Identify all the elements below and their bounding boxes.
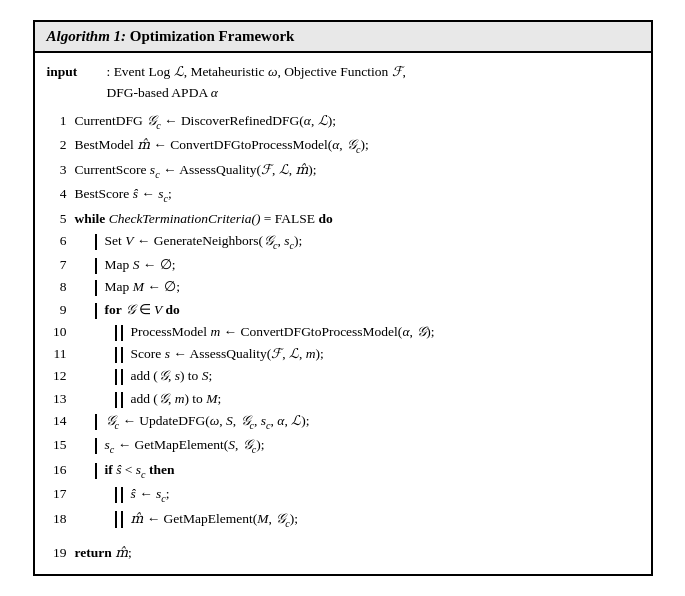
line-7: 7 Map S ← ∅;: [47, 254, 639, 276]
algorithm-title: Optimization Framework: [130, 28, 295, 44]
line-10: 10 ProcessModel m ← ConvertDFGtoProcessM…: [47, 321, 639, 343]
line-2: 2 BestModel m̂ ← ConvertDFGtoProcessMode…: [47, 134, 639, 158]
line-18: 18 m̂ ← GetMapElement(M, 𝒢c);: [47, 508, 639, 532]
line-5: 5 while CheckTerminationCriteria() = FAL…: [47, 208, 639, 230]
algo-lines: 1 CurrentDFG 𝒢c ← DiscoverRefinedDFG(α, …: [47, 110, 639, 564]
line-13: 13 add (𝒢, m) to M;: [47, 388, 639, 410]
algorithm-body: input : Event Log ℒ, Metaheuristic ω, Ob…: [35, 53, 651, 574]
line-3: 3 CurrentScore sc ← AssessQuality(ℱ, ℒ, …: [47, 159, 639, 183]
line-12: 12 add (𝒢, s) to S;: [47, 365, 639, 387]
algorithm-header: Algorithm 1: Optimization Framework: [35, 22, 651, 53]
line-1: 1 CurrentDFG 𝒢c ← DiscoverRefinedDFG(α, …: [47, 110, 639, 134]
algorithm-label: Algorithm 1:: [47, 28, 127, 44]
line-6: 6 Set V ← GenerateNeighbors(𝒢c, sc);: [47, 230, 639, 254]
line-4: 4 BestScore ŝ ← sc;: [47, 183, 639, 207]
line-11: 11 Score s ← AssessQuality(ℱ, ℒ, m);: [47, 343, 639, 365]
line-19: 19 return m̂;: [47, 542, 639, 564]
algorithm-box: Algorithm 1: Optimization Framework inpu…: [33, 20, 653, 576]
line-16: 16 if ŝ < sc then: [47, 459, 639, 483]
line-9: 9 for 𝒢 ∈ V do: [47, 299, 639, 321]
line-8: 8 Map M ← ∅;: [47, 276, 639, 298]
line-15: 15 sc ← GetMapElement(S, 𝒢c);: [47, 434, 639, 458]
line-17: 17 ŝ ← sc;: [47, 483, 639, 507]
input-label: input: [47, 61, 107, 83]
input-content: : Event Log ℒ, Metaheuristic ω, Objectiv…: [107, 61, 406, 104]
line-14: 14 𝒢c ← UpdateDFG(ω, S, 𝒢c, sc, α, ℒ);: [47, 410, 639, 434]
input-section: input : Event Log ℒ, Metaheuristic ω, Ob…: [47, 61, 639, 104]
